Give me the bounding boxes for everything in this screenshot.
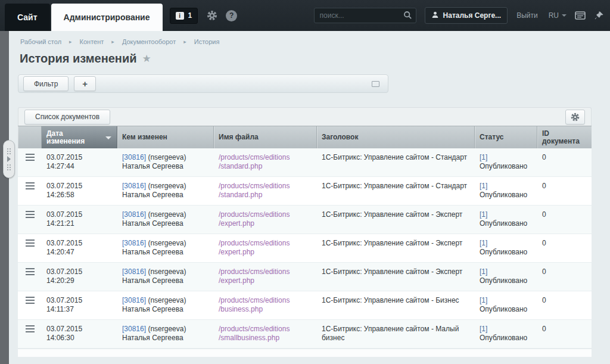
table-footer [18,349,592,357]
status-code: [1] [480,325,487,333]
logout-link[interactable]: Выйти [516,11,538,20]
info-book-icon: i [176,12,184,20]
file-name-link[interactable]: /expert.php [219,276,312,285]
user-menu-button[interactable]: Наталья Серге... [425,7,508,24]
window-icon[interactable] [575,11,586,20]
cell-status: [1] Опубликовано [475,206,537,234]
column-header-file[interactable]: Имя файла [214,126,317,148]
breadcrumb-content[interactable]: Контент [80,38,104,45]
file-path-link[interactable]: /products/cms/editions [219,296,312,305]
file-name-link[interactable]: /standard.php [219,191,312,200]
breadcrumb-desktop[interactable]: Рабочий стол [20,38,61,45]
time-value: 14:11:37 [46,305,74,313]
file-name-link[interactable]: /expert.php [219,219,312,228]
user-id-link[interactable]: [30816] [122,239,146,247]
status-label: Опубликовано [480,248,527,256]
file-path-link[interactable]: /products/cms/editions [219,210,312,219]
cell-user: [30816] (nsergeeva) Наталья Сергеева [117,263,214,291]
status-label: Опубликовано [480,276,527,285]
star-icon[interactable]: ★ [142,52,151,65]
column-header-date[interactable]: Дата изменения [42,126,117,148]
notifications-button[interactable]: i 1 [170,8,198,24]
column-header-menu [18,126,42,148]
cell-date: 03.07.2015 14:20:29 [42,263,117,291]
breadcrumb-separator-icon: ▸ [69,39,72,45]
tab-site[interactable]: Сайт [5,4,50,31]
cell-date: 03.07.2015 14:06:30 [42,320,117,348]
top-bar: Сайт Администрирование i 1 ? Наталья С [0,0,610,31]
cell-user: [30816] (nsergeeva) Наталья Сергеева [117,320,214,348]
file-name-link[interactable]: /smallbusiness.php [219,334,312,343]
user-id-link[interactable]: [30816] [122,153,146,161]
search-input[interactable] [314,8,416,23]
user-login: (nsergeeva) [148,210,186,219]
column-header-doc-id[interactable]: ID документа [537,126,592,148]
cell-doc-id: 0 [537,291,592,319]
left-sidebar-rail [0,31,9,364]
column-header-user[interactable]: Кем изменен [117,126,214,148]
documents-grid: Список документов Дата изменения Кем изм… [18,107,592,357]
user-login: (nsergeeva) [148,296,186,304]
magnifier-icon[interactable] [403,11,412,22]
cell-file: /products/cms/editions /business.php [214,291,317,319]
file-name-link[interactable]: /business.php [219,305,312,314]
column-header-status[interactable]: Статус [475,126,537,148]
hamburger-icon[interactable] [26,242,35,244]
file-name-link[interactable]: /expert.php [219,248,312,257]
help-icon[interactable]: ? [226,10,237,21]
table-row: 03.07.2015 14:27:44 [30816] (nsergeeva) … [18,148,592,177]
breadcrumb-history[interactable]: История [194,38,220,45]
hamburger-icon[interactable] [26,185,35,186]
cell-date: 03.07.2015 14:27:44 [42,148,117,176]
file-path-link[interactable]: /products/cms/editions [219,325,312,334]
user-id-link[interactable]: [30816] [122,325,146,333]
document-list-view-button[interactable]: Список документов [24,110,110,125]
hamburger-icon[interactable] [26,214,35,215]
user-id-link[interactable]: [30816] [122,267,146,276]
cell-doc-id: 0 [537,177,592,205]
cell-title: 1С-Битрикс: Управление сайтом - Эксперт [317,234,475,262]
user-id-link[interactable]: [30816] [122,296,146,304]
breadcrumb-separator-icon: ▸ [183,39,186,45]
file-path-link[interactable]: /products/cms/editions [219,153,312,162]
user-login: (nsergeeva) [148,267,186,276]
status-label: Опубликовано [480,219,527,228]
user-id-link[interactable]: [30816] [122,182,146,190]
cell-file: /products/cms/editions /standard.php [214,148,317,176]
date-value: 03.07.2015 [46,267,82,276]
cell-doc-id: 0 [537,206,592,234]
file-path-link[interactable]: /products/cms/editions [219,267,312,276]
cell-file: /products/cms/editions /expert.php [214,263,317,291]
hamburger-icon[interactable] [26,271,35,272]
page-title: История изменений [20,52,137,66]
file-path-link[interactable]: /products/cms/editions [219,182,312,191]
time-value: 14:26:58 [46,191,74,199]
tab-administration[interactable]: Администрирование [51,4,163,31]
status-code: [1] [480,182,487,190]
pin-icon[interactable] [594,11,604,21]
hamburger-icon[interactable] [26,300,35,301]
cell-title: 1С-Битрикс: Управление сайтом - Стандарт [317,177,475,205]
add-filter-button[interactable]: + [74,76,96,91]
date-value: 03.07.2015 [46,296,82,304]
cell-status: [1] Опубликовано [475,291,537,319]
user-full-name: Наталья Сергеева [122,276,183,285]
user-id-link[interactable]: [30816] [122,210,146,219]
status-label: Опубликовано [480,334,527,342]
cell-user: [30816] (nsergeeva) Наталья Сергеева [117,177,214,205]
cell-title: 1С-Битрикс: Управление сайтом - Малый би… [317,320,475,348]
sidebar-expand-handle[interactable] [3,140,15,178]
language-selector[interactable]: RU [549,11,567,20]
column-header-title[interactable]: Заголовок [317,126,475,148]
filter-toggle-icon[interactable] [372,81,379,87]
breadcrumb-workflow[interactable]: Документооборот [122,38,176,45]
person-icon [431,11,439,21]
grid-settings-button[interactable] [565,110,585,125]
file-path-link[interactable]: /products/cms/editions [219,239,312,248]
gear-icon[interactable] [206,10,218,21]
hamburger-icon[interactable] [26,157,35,158]
filter-button[interactable]: Фильтр [23,76,69,91]
file-name-link[interactable]: /standard.php [219,162,312,171]
hamburger-icon[interactable] [26,328,35,329]
cell-file: /products/cms/editions /expert.php [214,206,317,234]
